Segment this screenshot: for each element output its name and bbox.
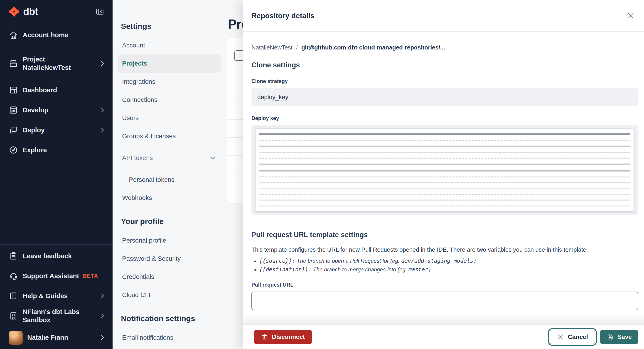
sidebar-item-label: Leave feedback bbox=[23, 252, 72, 260]
settings-nav-item-integrations[interactable]: Integrations bbox=[118, 72, 220, 91]
save-label: Save bbox=[618, 334, 632, 340]
brand-wordmark: dbt bbox=[23, 6, 38, 17]
settings-nav-item-cloud-cli[interactable]: Cloud CLI bbox=[118, 286, 220, 304]
sidebar-item-leave-feedback[interactable]: Leave feedback bbox=[0, 246, 112, 266]
cancel-x-icon bbox=[557, 333, 564, 340]
chevron-right-icon bbox=[99, 312, 106, 319]
deploy-key-box bbox=[252, 125, 638, 215]
sidebar-user-menu[interactable]: Natalie Fiann bbox=[0, 326, 112, 349]
user-name: Natalie Fiann bbox=[27, 333, 68, 342]
sidebar-item-label: Account home bbox=[23, 31, 68, 39]
repository-details-panel: Repository details NatalieNewTest / git@… bbox=[243, 0, 644, 349]
notification-section-title: Notification settings bbox=[121, 313, 220, 324]
sidebar-item-help-guides[interactable]: Help & Guides bbox=[0, 286, 112, 306]
settings-nav-item-account[interactable]: Account bbox=[118, 36, 220, 54]
breadcrumb: NatalieNewTest / git@github.com:dbt-clou… bbox=[252, 44, 638, 51]
clone-settings-heading: Clone settings bbox=[252, 61, 638, 69]
panel-title: Repository details bbox=[252, 12, 314, 20]
save-button[interactable]: Save bbox=[600, 330, 638, 344]
deploy-key-label: Deploy key bbox=[252, 115, 638, 122]
building-icon bbox=[8, 311, 18, 321]
collapse-sidebar-icon bbox=[95, 7, 104, 16]
breadcrumb-project: NatalieNewTest bbox=[252, 44, 292, 51]
disconnect-button[interactable]: Disconnect bbox=[254, 330, 312, 344]
sidebar-item-label: Support Assistant bbox=[23, 272, 79, 280]
sidebar-item-account-home[interactable]: Account home bbox=[0, 23, 112, 47]
sidebar-item-label: Deploy bbox=[23, 126, 45, 134]
sidebar-item-dashboard[interactable]: Dashboard bbox=[0, 80, 112, 100]
sidebar-item-explore[interactable]: Explore bbox=[0, 140, 112, 160]
logo-row: dbt bbox=[0, 0, 112, 23]
pull-request-url-input[interactable] bbox=[252, 292, 638, 310]
panel-header: Repository details bbox=[243, 0, 644, 32]
explore-compass-icon bbox=[8, 145, 18, 155]
chevron-right-icon bbox=[99, 334, 106, 341]
settings-nav-item-groups-licenses[interactable]: Groups & Licenses bbox=[118, 127, 220, 145]
pull-request-url-label: Pull request URL bbox=[252, 282, 638, 288]
settings-nav-item-personal-tokens[interactable]: Personal tokens bbox=[118, 171, 220, 189]
trash-icon bbox=[261, 333, 268, 340]
clone-strategy-value: deploy_key bbox=[252, 88, 638, 106]
beta-badge: BETA bbox=[83, 273, 98, 279]
pr-template-variables-list: {{source}}: The branch to open a Pull Re… bbox=[259, 258, 638, 273]
settings-nav-item-projects[interactable]: Projects bbox=[118, 54, 220, 72]
pr-template-heading: Pull request URL template settings bbox=[252, 231, 638, 239]
save-floppy-icon bbox=[606, 333, 614, 340]
app-sidebar: dbt Account home ProjectNatalieNewTest bbox=[0, 0, 112, 349]
disconnect-label: Disconnect bbox=[272, 334, 305, 340]
settings-nav-title: Settings bbox=[121, 21, 220, 31]
sidebar-footer: Leave feedback Support Assistant BETA He… bbox=[0, 244, 112, 349]
sidebar-item-account-switcher[interactable]: NFiann's dbt Labs Sandbox bbox=[0, 306, 112, 326]
pr-variable-source: {{source}}: The branch to open a Pull Re… bbox=[259, 258, 638, 264]
settings-nav-item-connections[interactable]: Connections bbox=[118, 91, 220, 109]
deploy-icon bbox=[8, 125, 18, 135]
sidebar-item-support-assistant[interactable]: Support Assistant BETA bbox=[0, 266, 112, 286]
close-panel-button[interactable] bbox=[626, 11, 636, 20]
sidebar-item-label: Help & Guides bbox=[23, 292, 68, 300]
sidebar-item-label: Explore bbox=[23, 146, 47, 154]
sidebar-item-project[interactable]: ProjectNatalieNewTest bbox=[0, 47, 112, 80]
settings-nav-item-email-notifications[interactable]: Email notifications bbox=[118, 328, 220, 347]
sidebar-item-label: NFiann's dbt Labs Sandbox bbox=[23, 308, 99, 324]
collapse-sidebar-button[interactable] bbox=[95, 7, 104, 16]
settings-nav: Settings Account Projects Integrations C… bbox=[112, 0, 227, 349]
pr-variable-destination: {{destination}}: The branch to merge cha… bbox=[259, 266, 638, 273]
deploy-key-redacted-content bbox=[256, 129, 634, 211]
sidebar-item-label: ProjectNatalieNewTest bbox=[23, 55, 71, 72]
sidebar-item-label: Dashboard bbox=[23, 86, 57, 94]
chevron-down-icon bbox=[209, 154, 216, 161]
book-icon bbox=[8, 291, 18, 301]
clone-strategy-label: Clone strategy bbox=[252, 78, 638, 84]
clipboard-icon bbox=[8, 251, 18, 261]
chevron-right-icon bbox=[99, 126, 106, 134]
panel-footer: Disconnect Cancel Save bbox=[243, 324, 644, 349]
chevron-right-icon bbox=[99, 107, 106, 114]
home-icon bbox=[8, 30, 18, 40]
chevron-right-icon bbox=[99, 292, 106, 299]
breadcrumb-repo-url: git@github.com:dbt-cloud-managed-reposit… bbox=[301, 44, 445, 51]
settings-nav-item-personal-profile[interactable]: Personal profile bbox=[118, 232, 220, 250]
project-stack-icon bbox=[8, 59, 18, 68]
settings-nav-item-credentials[interactable]: Credentials bbox=[118, 268, 220, 286]
user-avatar bbox=[8, 330, 23, 345]
sidebar-item-develop[interactable]: Develop bbox=[0, 100, 112, 120]
sidebar-item-label: Develop bbox=[23, 106, 48, 114]
headset-icon bbox=[8, 271, 18, 281]
app-window: dbt Account home ProjectNatalieNewTest bbox=[0, 0, 644, 349]
panel-body: NatalieNewTest / git@github.com:dbt-clou… bbox=[243, 32, 644, 324]
dashboard-icon bbox=[8, 85, 18, 95]
sidebar-item-deploy[interactable]: Deploy bbox=[0, 120, 112, 140]
dbt-logo-icon bbox=[8, 6, 20, 18]
chevron-right-icon bbox=[99, 60, 106, 67]
breadcrumb-separator: / bbox=[296, 44, 298, 51]
cancel-label: Cancel bbox=[568, 334, 588, 340]
develop-code-icon bbox=[8, 105, 18, 115]
settings-nav-item-password-security[interactable]: Password & Security bbox=[118, 250, 220, 268]
settings-nav-item-webhooks[interactable]: Webhooks bbox=[118, 189, 220, 207]
pr-template-description: This template configures the URL for new… bbox=[252, 246, 638, 254]
close-icon bbox=[627, 12, 635, 20]
cancel-button[interactable]: Cancel bbox=[550, 330, 595, 344]
settings-nav-item-users[interactable]: Users bbox=[118, 109, 220, 127]
profile-section-title: Your profile bbox=[121, 216, 220, 226]
settings-nav-item-api-tokens[interactable]: API tokens bbox=[118, 149, 220, 167]
